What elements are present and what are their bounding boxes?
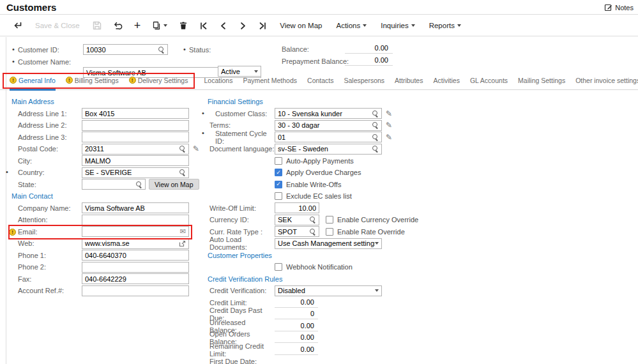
enable-currency-override-checkbox[interactable] [326, 216, 333, 224]
plus-icon: + [134, 21, 141, 30]
tab-other-invoice-settings[interactable]: Other invoice settings [575, 77, 638, 84]
tab-gl-accounts[interactable]: GL Accounts [470, 77, 508, 84]
view-on-map-button[interactable]: View on Map [149, 179, 199, 190]
actions-menu-button[interactable]: Actions [329, 15, 374, 36]
tab-activities[interactable]: Activities [433, 77, 459, 84]
address-line-3-input[interactable] [82, 132, 189, 142]
search-icon[interactable] [372, 133, 379, 140]
field-row: Document language: sv-SE - Sweden [208, 143, 476, 155]
write-off-limit-input[interactable]: 10.00 [275, 202, 319, 213]
fax-input[interactable]: 040-6642229 [82, 273, 189, 284]
state-label: State: [11, 181, 82, 188]
city-input[interactable]: MALMÖ [82, 155, 189, 166]
tab-salespersons[interactable]: Salespersons [344, 77, 384, 84]
pencil-icon[interactable]: ✎ [193, 146, 199, 152]
company-name-input[interactable]: Visma Software AB [82, 202, 189, 213]
search-icon[interactable] [372, 122, 379, 129]
first-record-button[interactable] [194, 15, 213, 36]
add-button[interactable]: + [128, 15, 147, 36]
search-icon[interactable] [135, 181, 142, 188]
save-close-button[interactable]: Save & Close [28, 15, 87, 36]
curr-rate-type-input[interactable]: SPOT [275, 226, 319, 237]
webhook-notification-checkbox[interactable] [275, 263, 282, 271]
customer-id-label: Customer ID: [18, 46, 59, 54]
customer-id-input[interactable]: 10030 [83, 44, 168, 55]
tab-locations[interactable]: Locations [204, 77, 232, 84]
document-language-input[interactable]: sv-SE - Sweden [275, 144, 382, 155]
search-icon[interactable] [309, 228, 316, 235]
pencil-icon[interactable]: ✎ [386, 134, 392, 140]
statement-cycle-input[interactable]: 01 [275, 132, 382, 142]
envelope-icon[interactable]: ✉ [180, 227, 186, 236]
tab-general-info[interactable]: ! General Info [10, 77, 56, 84]
phone-1-input[interactable]: 040-6640370 [82, 250, 189, 261]
tab-payment-methods[interactable]: Payment Methods [243, 77, 297, 84]
pencil-icon[interactable]: ✎ [386, 122, 392, 128]
search-icon[interactable] [372, 146, 379, 153]
unreleased-balance-value: 0.00 [275, 321, 318, 331]
view-on-map-toolbar-button[interactable]: View on Map [273, 15, 329, 36]
pencil-icon[interactable]: ✎ [386, 110, 392, 117]
auto-apply-payments-checkbox[interactable] [275, 157, 282, 165]
last-record-button[interactable] [253, 15, 273, 36]
checkbox-row: Auto-Apply Payments [208, 155, 476, 167]
search-icon[interactable] [372, 110, 379, 117]
chevron-down-icon [375, 242, 379, 245]
notes-button[interactable]: Notes [604, 3, 634, 11]
search-icon[interactable] [179, 169, 186, 176]
previous-record-button[interactable] [213, 15, 233, 36]
checkbox-label: Exclude EC sales list [286, 192, 352, 200]
customer-class-input[interactable]: 10 - Svenska kunder [275, 108, 382, 119]
undo-button[interactable] [107, 15, 128, 36]
phone-2-input[interactable] [82, 262, 189, 273]
attention-input[interactable] [82, 215, 189, 225]
exclude-ec-sales-list-checkbox[interactable] [275, 192, 282, 200]
enable-write-offs-checkbox[interactable] [275, 181, 282, 188]
tab-contacts[interactable]: Contacts [307, 77, 333, 84]
search-icon[interactable] [158, 46, 165, 53]
tab-billing-settings[interactable]: ! Billing Settings [66, 77, 119, 84]
terms-input[interactable]: 30 - 30 dagar [275, 120, 382, 131]
state-input[interactable] [82, 179, 146, 190]
currency-id-input[interactable]: SEK [275, 215, 319, 225]
chevron-down-icon [163, 24, 167, 27]
copy-paste-button[interactable] [146, 15, 173, 36]
field-row: Web: www.visma.se [11, 238, 203, 250]
inquiries-menu-button[interactable]: Inquiries [374, 15, 422, 36]
search-icon[interactable] [179, 146, 186, 153]
next-record-button[interactable] [233, 15, 253, 36]
left-column: Main Address Address Line 1: Box 4015 Ad… [11, 96, 203, 297]
apply-overdue-charges-checkbox[interactable] [275, 169, 282, 176]
first-record-icon [199, 22, 208, 30]
tab-mailing-settings[interactable]: Mailing Settings [518, 77, 565, 84]
customer-class-label: Customer Class: [208, 110, 275, 118]
back-button[interactable] [6, 15, 28, 36]
email-label-text: Email: [18, 228, 38, 236]
section-header-main-contact: Main Contact [11, 192, 53, 200]
country-input[interactable]: SE - SVERIGE [82, 167, 189, 178]
email-input[interactable]: ✉ [82, 226, 189, 237]
checkbox-label: Webhook Notification [286, 263, 353, 271]
search-icon[interactable] [309, 216, 316, 224]
chevron-down-icon [457, 24, 461, 27]
address-line-2-input[interactable] [82, 120, 189, 131]
account-ref-input[interactable] [82, 285, 189, 296]
external-link-icon[interactable] [179, 240, 186, 247]
save-button[interactable] [87, 15, 107, 36]
country-label: Country: [11, 169, 82, 176]
tab-attributes[interactable]: Attributes [395, 77, 423, 84]
credit-verification-dropdown[interactable]: Disabled [275, 285, 382, 296]
web-input[interactable]: www.visma.se [82, 238, 189, 249]
address-line-1-input[interactable]: Box 4015 [82, 108, 189, 119]
postal-code-input[interactable]: 20311 [82, 144, 189, 155]
company-name-label: Company Name: [11, 204, 82, 212]
tab-delivery-settings[interactable]: ! Delivery Settings [129, 77, 188, 84]
account-ref-label: Account Ref.#: [11, 287, 82, 294]
delete-button[interactable] [173, 15, 194, 36]
field-row: Address Line 2: [11, 119, 203, 132]
reports-menu-button[interactable]: Reports [422, 15, 468, 36]
auto-load-documents-dropdown[interactable]: Use Cash Management settings [275, 238, 382, 249]
currency-id-value: SEK [278, 216, 309, 224]
document-language-label: Document language: [208, 145, 275, 153]
enable-rate-override-checkbox[interactable] [326, 228, 333, 236]
